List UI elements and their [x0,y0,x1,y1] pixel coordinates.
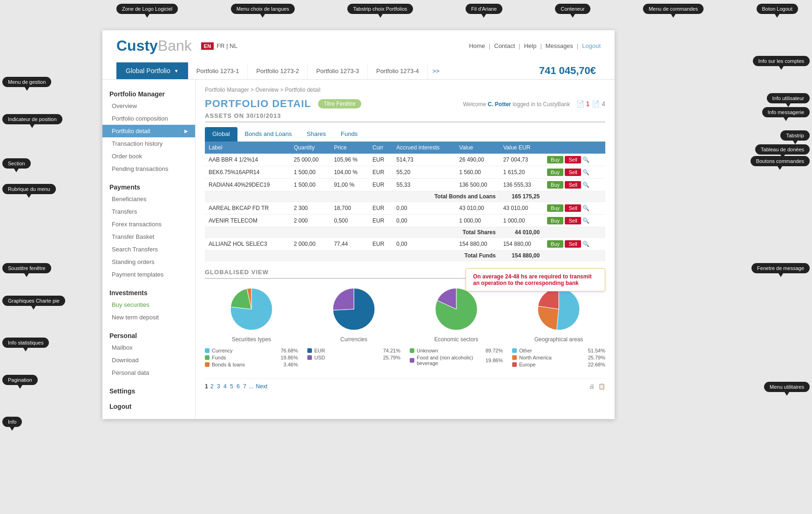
sidebar-item-beneficiaries[interactable]: Beneficiaries [102,193,195,205]
sidebar-item-overview[interactable]: Overview [102,100,195,112]
sidebar-item-personal-data[interactable]: Personal data [102,366,195,379]
legend-dot [205,362,210,367]
search-icon[interactable]: 🔍 [582,182,589,188]
chart-title: Currencies [340,336,367,343]
pagination-ellipsis: ... [249,383,253,390]
legend-item: North America 25.79% [512,355,605,360]
cell-price: 0,500 [330,215,369,227]
search-icon[interactable]: 🔍 [582,217,589,224]
sell-button[interactable]: Sell [565,181,581,189]
portfolio-tab-3[interactable]: Portfolio 1273-3 [308,63,368,79]
sidebar-item-download[interactable]: Download [102,354,195,366]
ann-commands: Menu de commandes [643,4,704,14]
search-icon[interactable]: 🔍 [582,169,589,176]
cell-actions: Buy Sell 🔍 [543,154,605,166]
sell-button[interactable]: Sell [565,217,581,224]
sidebar-section-settings[interactable]: Settings [102,384,195,397]
sidebar-item-basket[interactable]: Transfer Basket [102,230,195,243]
sidebar-item-composition[interactable]: Portfolio composition [102,112,195,125]
pagination-page[interactable]: 5 [230,383,233,390]
search-icon[interactable]: 🔍 [582,156,589,163]
print-icon[interactable]: 🖨 [589,383,595,390]
buy-button[interactable]: Buy [547,240,563,248]
ann-info-stat: Info statistiques [2,338,49,348]
window-title-badge: Titre Fenêtre [318,99,361,108]
sidebar-item-history[interactable]: Transaction history [102,137,195,150]
sidebar-item-mailbox[interactable]: Mailbox [102,341,195,354]
portfolio-tabs: Global Portfolio ▼ Portfolio 1273-1 Port… [116,62,601,79]
legend-item: Funds 19.86% [205,355,298,360]
nav-messages[interactable]: Messages [546,42,573,49]
tab-funds[interactable]: Funds [333,127,365,142]
sell-button[interactable]: Sell [565,156,581,163]
legend-label: Other [519,348,532,353]
sidebar-item-orderbook[interactable]: Order book [102,150,195,162]
col-curr: Curr [369,142,392,154]
pie-chart [228,286,275,332]
tab-bonds[interactable]: Bonds and Loans [237,127,299,142]
cell-label: ALLIANZ HOL SELEC3 [205,238,290,250]
sidebar-item-search-transfers[interactable]: Search Transfers [102,243,195,256]
nav-help[interactable]: Help [524,42,536,49]
portfolio-tab-1[interactable]: Portfolio 1273-1 [188,63,248,79]
search-icon[interactable]: 🔍 [582,241,589,247]
pagination-page[interactable]: 7 [243,383,246,390]
sidebar-item-deposit[interactable]: New term deposit [102,311,195,324]
doc-icon-red[interactable]: 📄 1 [576,100,590,108]
sell-button[interactable]: Sell [565,240,581,248]
legend-label: Europe [519,362,535,367]
chart-title: Securities types [232,336,271,343]
ann-ariane: Fil d'Ariane [466,4,502,14]
cell-price: 105,96 % [330,154,369,166]
portfolio-tab-2[interactable]: Portfolio 1273-2 [248,63,308,79]
sidebar-item-buy[interactable]: Buy securities [102,298,195,311]
chart-legend: Other 51.54% North America 25.79% Europe… [512,348,605,369]
ann-info-msg: Info messagerie [762,107,810,117]
sidebar-item-transfers[interactable]: Transfers [102,205,195,218]
cell-qty: 2 300 [290,202,330,215]
legend-item: USD 25.79% [307,355,400,360]
tab-global[interactable]: Global [205,127,237,142]
buy-button[interactable]: Buy [547,181,563,189]
lang-other[interactable]: FR | NL [217,42,237,49]
pagination-pages: 1 2 3 4 5 6 7 ... Next [205,383,268,390]
pagination-page[interactable]: 6 [237,383,240,390]
export-icon[interactable]: 📋 [598,383,605,390]
sell-button[interactable]: Sell [565,204,581,212]
buy-button[interactable]: Buy [547,169,563,176]
portfolio-tab-global[interactable]: Global Portfolio ▼ [116,62,188,79]
portfolio-tab-4[interactable]: Portfolio 1273-4 [368,63,428,79]
pagination-next[interactable]: Next [256,383,268,390]
sidebar-item-detail[interactable]: Portfolio detail [102,125,195,137]
ann-boutons: Boutons commandes [751,156,810,166]
search-icon[interactable]: 🔍 [582,205,589,211]
sidebar-item-pending[interactable]: Pending transactions [102,162,195,175]
buy-button[interactable]: Buy [547,156,563,163]
breadcrumb: Portfolio Manager > Overview > Portfolio… [205,87,605,93]
sidebar-item-templates[interactable]: Payment templates [102,268,195,281]
buy-button[interactable]: Buy [547,217,563,224]
nav-home[interactable]: Home [469,42,485,49]
sell-button[interactable]: Sell [565,169,581,176]
sidebar-item-standing[interactable]: Standing orders [102,256,195,268]
pagination-page[interactable]: 2 [210,383,214,390]
legend-dot [410,348,414,353]
cell-actions: Buy Sell 🔍 [543,215,605,227]
globalised-view-wrapper: GLOBALISED VIEW ✕ On average 24-48 hs ar… [205,268,605,369]
pagination-page[interactable]: 4 [223,383,227,390]
legend-label: Unknown [417,348,438,353]
buy-button[interactable]: Buy [547,204,563,212]
outer-layout: Menu de gestion Indicateur de position S… [0,26,812,445]
nav-logout[interactable]: Logout [582,42,601,49]
sidebar-item-forex[interactable]: Forex transactions [102,218,195,230]
sidebar-section-logout[interactable]: Logout [102,399,195,412]
nav-contact[interactable]: Contact [494,42,515,49]
ann-menu-gestion: Menu de gestion [2,77,51,87]
tab-shares[interactable]: Shares [299,127,333,142]
pagination-page[interactable]: 3 [217,383,220,390]
portfolio-tabs-more[interactable]: >> [428,63,444,79]
lang-en[interactable]: EN [201,42,214,50]
sidebar-section-payments: Payments [102,180,195,193]
cell-curr: EUR [369,202,392,215]
doc-icon-gray[interactable]: 📄 4 [592,100,605,108]
